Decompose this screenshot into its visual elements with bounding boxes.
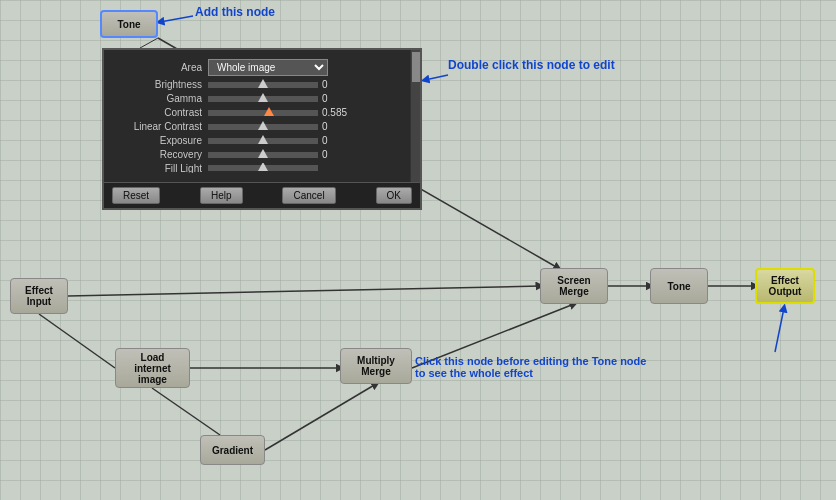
help-button[interactable]: Help: [200, 187, 243, 204]
tone-right-label: Tone: [667, 281, 690, 292]
fill-light-track[interactable]: [208, 165, 318, 171]
svg-line-0: [68, 286, 540, 296]
effect-output-node[interactable]: EffectOutput: [755, 268, 815, 304]
click-node-annotation: Click this node before editing the Tone …: [415, 355, 646, 379]
screen-merge-node[interactable]: ScreenMerge: [540, 268, 608, 304]
exposure-thumb[interactable]: [258, 135, 268, 144]
exposure-row: Exposure 0: [108, 135, 416, 146]
svg-line-11: [425, 75, 448, 80]
contrast-slider-container: 0.585: [208, 107, 416, 118]
area-row: Area Whole image: [108, 59, 416, 76]
exposure-slider-container: 0: [208, 135, 416, 146]
recovery-thumb[interactable]: [258, 149, 268, 158]
fill-light-row: Fill Light: [108, 163, 416, 173]
exposure-value: 0: [322, 135, 352, 146]
brightness-value: 0: [322, 79, 352, 90]
contrast-row: Contrast 0.585: [108, 107, 416, 118]
svg-line-12: [775, 308, 784, 352]
screen-merge-label: ScreenMerge: [557, 275, 590, 297]
linear-contrast-track[interactable]: [208, 124, 318, 130]
panel-scrollbar[interactable]: [410, 50, 420, 182]
effect-input-node[interactable]: EffectInput: [10, 278, 68, 314]
contrast-track[interactable]: [208, 110, 318, 116]
panel-content: Area Whole image Brightness 0 Gamma: [104, 50, 420, 182]
brightness-track[interactable]: [208, 82, 318, 88]
multiply-merge-label: MultiplyMerge: [357, 355, 395, 377]
svg-line-7: [152, 388, 220, 435]
svg-line-8: [265, 384, 376, 450]
effect-output-label: EffectOutput: [769, 275, 802, 297]
linear-contrast-value: 0: [322, 121, 352, 132]
svg-line-4: [39, 314, 115, 368]
recovery-label: Recovery: [108, 149, 208, 160]
gamma-row: Gamma 0: [108, 93, 416, 104]
gamma-track[interactable]: [208, 96, 318, 102]
linear-contrast-thumb[interactable]: [258, 121, 268, 130]
gamma-thumb[interactable]: [258, 93, 268, 102]
fill-light-thumb[interactable]: [258, 163, 268, 171]
panel-buttons: Reset Help Cancel OK: [104, 182, 420, 208]
tone-top-node[interactable]: Tone: [100, 10, 158, 38]
brightness-label: Brightness: [108, 79, 208, 90]
effect-input-label: EffectInput: [25, 285, 53, 307]
linear-contrast-row: Linear Contrast 0: [108, 121, 416, 132]
exposure-track[interactable]: [208, 138, 318, 144]
linear-contrast-label: Linear Contrast: [108, 121, 208, 132]
brightness-row: Brightness 0: [108, 79, 416, 90]
panel-body: Area Whole image Brightness 0 Gamma: [104, 50, 420, 182]
linear-contrast-slider-container: 0: [208, 121, 416, 132]
recovery-slider-container: 0: [208, 149, 416, 160]
ok-button[interactable]: OK: [376, 187, 412, 204]
fill-light-slider-container: [208, 165, 416, 171]
cancel-button[interactable]: Cancel: [282, 187, 335, 204]
contrast-label: Contrast: [108, 107, 208, 118]
svg-line-10: [160, 16, 193, 22]
multiply-merge-node[interactable]: MultiplyMerge: [340, 348, 412, 384]
tone-panel: Area Whole image Brightness 0 Gamma: [102, 48, 422, 210]
svg-line-9: [140, 38, 158, 48]
gamma-value: 0: [322, 93, 352, 104]
gamma-label: Gamma: [108, 93, 208, 104]
recovery-value: 0: [322, 149, 352, 160]
brightness-thumb[interactable]: [258, 79, 268, 88]
tone-right-node[interactable]: Tone: [650, 268, 708, 304]
gradient-node[interactable]: Gradient: [200, 435, 265, 465]
contrast-thumb[interactable]: [264, 107, 274, 116]
area-label: Area: [108, 62, 208, 73]
recovery-track[interactable]: [208, 152, 318, 158]
panel-scroll-thumb[interactable]: [412, 52, 420, 82]
gamma-slider-container: 0: [208, 93, 416, 104]
load-internet-node[interactable]: Loadinternetimage: [115, 348, 190, 388]
area-select[interactable]: Whole image: [208, 59, 328, 76]
gradient-label: Gradient: [212, 445, 253, 456]
exposure-label: Exposure: [108, 135, 208, 146]
load-internet-label: Loadinternetimage: [134, 352, 171, 385]
contrast-value: 0.585: [322, 107, 352, 118]
tone-top-label: Tone: [117, 19, 140, 30]
reset-button[interactable]: Reset: [112, 187, 160, 204]
add-node-annotation: Add this node: [195, 5, 275, 19]
brightness-slider-container: 0: [208, 79, 416, 90]
recovery-row: Recovery 0: [108, 149, 416, 160]
fill-light-label: Fill Light: [108, 163, 208, 173]
dbl-click-annotation: Double click this node to edit: [448, 58, 615, 72]
